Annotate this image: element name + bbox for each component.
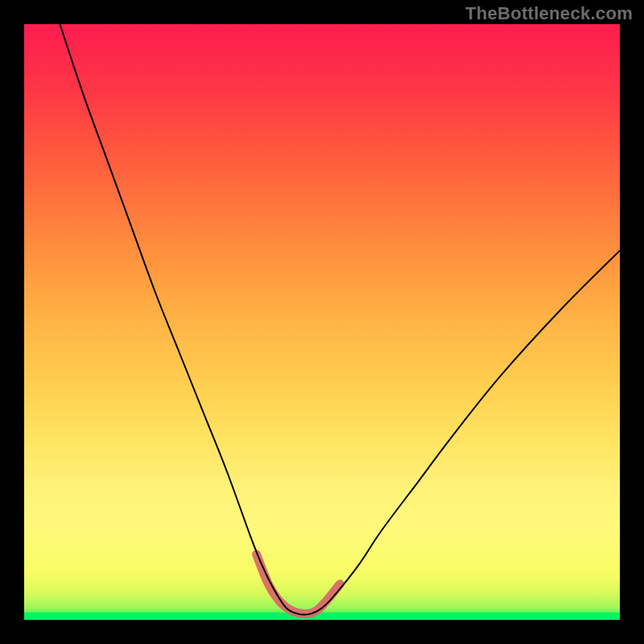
bottleneck-curve [60, 24, 620, 615]
chart-frame: TheBottleneck.com [0, 0, 644, 644]
watermark-text: TheBottleneck.com [465, 3, 633, 24]
plot-area [24, 24, 620, 620]
curve-layer [24, 24, 620, 620]
optimal-zone-highlight [257, 555, 341, 614]
